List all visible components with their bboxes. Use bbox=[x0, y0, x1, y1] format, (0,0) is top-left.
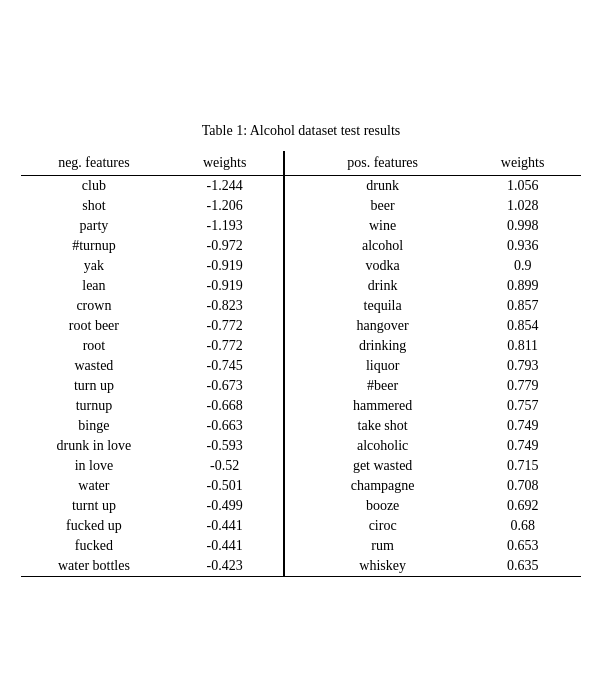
table-row: turn up-0.673#beer0.779 bbox=[21, 376, 581, 396]
table-row: root-0.772drinking0.811 bbox=[21, 336, 581, 356]
neg-feature-cell: drunk in love bbox=[21, 436, 167, 456]
neg-weight-cell: -1.206 bbox=[167, 196, 284, 216]
pos-feature-cell: wine bbox=[301, 216, 464, 236]
neg-feature-cell: yak bbox=[21, 256, 167, 276]
pos-weight-cell: 0.708 bbox=[464, 476, 581, 496]
table-row: fucked up-0.441ciroc0.68 bbox=[21, 516, 581, 536]
divider-cell bbox=[284, 256, 301, 276]
table-container: Table 1: Alcohol dataset test results ne… bbox=[21, 123, 581, 577]
neg-feature-cell: root bbox=[21, 336, 167, 356]
pos-weight-cell: 1.028 bbox=[464, 196, 581, 216]
pos-features-header: pos. features bbox=[301, 151, 464, 176]
neg-weight-cell: -0.823 bbox=[167, 296, 284, 316]
divider-cell bbox=[284, 416, 301, 436]
table-row: shot-1.206beer1.028 bbox=[21, 196, 581, 216]
pos-weight-cell: 0.779 bbox=[464, 376, 581, 396]
pos-feature-cell: liquor bbox=[301, 356, 464, 376]
table-row: water-0.501champagne0.708 bbox=[21, 476, 581, 496]
neg-feature-cell: crown bbox=[21, 296, 167, 316]
neg-feature-cell: shot bbox=[21, 196, 167, 216]
pos-weight-cell: 0.793 bbox=[464, 356, 581, 376]
divider-header bbox=[284, 151, 301, 176]
neg-feature-cell: fucked up bbox=[21, 516, 167, 536]
pos-weight-cell: 0.68 bbox=[464, 516, 581, 536]
pos-feature-cell: alcohol bbox=[301, 236, 464, 256]
pos-weight-cell: 0.749 bbox=[464, 416, 581, 436]
neg-feature-cell: fucked bbox=[21, 536, 167, 556]
table-row: wasted-0.745liquor0.793 bbox=[21, 356, 581, 376]
neg-weight-cell: -0.772 bbox=[167, 336, 284, 356]
divider-cell bbox=[284, 496, 301, 516]
pos-feature-cell: beer bbox=[301, 196, 464, 216]
neg-weight-cell: -0.673 bbox=[167, 376, 284, 396]
divider-cell bbox=[284, 236, 301, 256]
neg-feature-cell: turn up bbox=[21, 376, 167, 396]
neg-weight-cell: -0.52 bbox=[167, 456, 284, 476]
pos-weight-cell: 0.899 bbox=[464, 276, 581, 296]
pos-feature-cell: tequila bbox=[301, 296, 464, 316]
pos-weight-cell: 1.056 bbox=[464, 176, 581, 197]
divider-cell bbox=[284, 516, 301, 536]
divider-cell bbox=[284, 276, 301, 296]
neg-weight-cell: -0.668 bbox=[167, 396, 284, 416]
neg-weights-header: weights bbox=[167, 151, 284, 176]
pos-weight-cell: 0.9 bbox=[464, 256, 581, 276]
divider-cell bbox=[284, 316, 301, 336]
table-row: crown-0.823tequila0.857 bbox=[21, 296, 581, 316]
divider-cell bbox=[284, 296, 301, 316]
column-headers: neg. features weights pos. features weig… bbox=[21, 151, 581, 176]
table-row: drunk in love-0.593alcoholic0.749 bbox=[21, 436, 581, 456]
neg-feature-cell: water bbox=[21, 476, 167, 496]
pos-feature-cell: hammered bbox=[301, 396, 464, 416]
neg-weight-cell: -0.501 bbox=[167, 476, 284, 496]
neg-weight-cell: -0.772 bbox=[167, 316, 284, 336]
pos-feature-cell: drinking bbox=[301, 336, 464, 356]
neg-features-header: neg. features bbox=[21, 151, 167, 176]
neg-feature-cell: binge bbox=[21, 416, 167, 436]
neg-feature-cell: #turnup bbox=[21, 236, 167, 256]
pos-weight-cell: 0.715 bbox=[464, 456, 581, 476]
pos-feature-cell: vodka bbox=[301, 256, 464, 276]
divider-cell bbox=[284, 216, 301, 236]
divider-cell bbox=[284, 436, 301, 456]
neg-weight-cell: -0.663 bbox=[167, 416, 284, 436]
pos-weight-cell: 0.653 bbox=[464, 536, 581, 556]
table-row: root beer-0.772hangover0.854 bbox=[21, 316, 581, 336]
pos-feature-cell: get wasted bbox=[301, 456, 464, 476]
neg-weight-cell: -0.919 bbox=[167, 256, 284, 276]
divider-cell bbox=[284, 536, 301, 556]
table-row: party-1.193wine0.998 bbox=[21, 216, 581, 236]
table-row: #turnup-0.972alcohol0.936 bbox=[21, 236, 581, 256]
table-row: water bottles-0.423whiskey0.635 bbox=[21, 556, 581, 577]
pos-weight-cell: 0.692 bbox=[464, 496, 581, 516]
pos-feature-cell: booze bbox=[301, 496, 464, 516]
neg-feature-cell: in love bbox=[21, 456, 167, 476]
neg-weight-cell: -0.972 bbox=[167, 236, 284, 256]
table-row: turnt up-0.499booze0.692 bbox=[21, 496, 581, 516]
pos-weight-cell: 0.635 bbox=[464, 556, 581, 577]
neg-feature-cell: root beer bbox=[21, 316, 167, 336]
pos-feature-cell: #beer bbox=[301, 376, 464, 396]
divider-cell bbox=[284, 376, 301, 396]
pos-weight-cell: 0.998 bbox=[464, 216, 581, 236]
pos-feature-cell: drunk bbox=[301, 176, 464, 197]
pos-weight-cell: 0.757 bbox=[464, 396, 581, 416]
pos-weight-cell: 0.857 bbox=[464, 296, 581, 316]
divider-cell bbox=[284, 336, 301, 356]
table-row: binge-0.663take shot0.749 bbox=[21, 416, 581, 436]
neg-feature-cell: turnup bbox=[21, 396, 167, 416]
neg-weight-cell: -0.423 bbox=[167, 556, 284, 577]
neg-feature-cell: lean bbox=[21, 276, 167, 296]
pos-feature-cell: alcoholic bbox=[301, 436, 464, 456]
results-table: neg. features weights pos. features weig… bbox=[21, 151, 581, 577]
table-row: lean-0.919drink0.899 bbox=[21, 276, 581, 296]
neg-weight-cell: -0.593 bbox=[167, 436, 284, 456]
table-row: club-1.244drunk1.056 bbox=[21, 176, 581, 197]
pos-feature-cell: ciroc bbox=[301, 516, 464, 536]
pos-feature-cell: champagne bbox=[301, 476, 464, 496]
table-title: Table 1: Alcohol dataset test results bbox=[21, 123, 581, 139]
divider-cell bbox=[284, 456, 301, 476]
neg-weight-cell: -0.441 bbox=[167, 536, 284, 556]
table-row: turnup-0.668hammered0.757 bbox=[21, 396, 581, 416]
neg-feature-cell: club bbox=[21, 176, 167, 197]
